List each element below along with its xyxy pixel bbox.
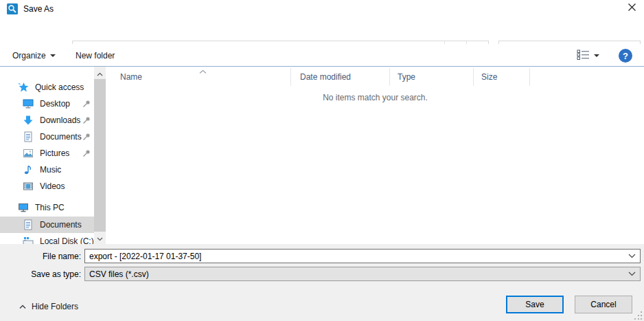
sidebar-item-this-pc[interactable]: This PC xyxy=(0,199,94,216)
sidebar-item-label: Pictures xyxy=(40,148,69,158)
navigation-bar: This PC Documents xyxy=(0,19,644,44)
sidebar-item-pc-documents[interactable]: Documents xyxy=(0,217,94,233)
sidebar-scrollbar[interactable] xyxy=(94,67,106,244)
chevron-down-icon xyxy=(97,233,103,243)
empty-list-message: No items match your search. xyxy=(106,93,644,102)
command-bar: Organize New folder ? xyxy=(0,44,644,67)
column-label: Date modified xyxy=(300,72,351,82)
column-header-size[interactable]: Size xyxy=(474,68,530,86)
close-icon xyxy=(628,3,636,14)
save-as-type-label: Save as type: xyxy=(0,269,81,279)
column-label: Type xyxy=(398,72,415,82)
list-view-icon xyxy=(577,49,590,62)
chevron-down-icon xyxy=(594,54,599,57)
save-button[interactable]: Save xyxy=(506,296,564,313)
scrollbar-up-button[interactable] xyxy=(94,67,106,79)
chevron-up-icon xyxy=(97,68,103,78)
cancel-button[interactable]: Cancel xyxy=(575,296,632,313)
sidebar-item-label: Music xyxy=(40,165,61,175)
sidebar-item-label: Documents xyxy=(40,220,82,230)
quick-access-star-icon xyxy=(18,82,29,93)
pin-icon xyxy=(82,133,91,141)
save-as-type-value: CSV files (*.csv) xyxy=(85,269,623,279)
sidebar-item-local-disk[interactable]: Local Disk (C:) xyxy=(0,233,94,244)
main-area: Quick access Desktop Downloads xyxy=(0,67,644,244)
chevron-down-icon[interactable] xyxy=(623,254,640,258)
sidebar-item-quick-access[interactable]: Quick access xyxy=(0,79,94,96)
sidebar-item-videos[interactable]: Videos xyxy=(0,178,94,195)
sidebar-item-label: This PC xyxy=(35,203,65,212)
navigation-pane: Quick access Desktop Downloads xyxy=(0,67,94,244)
chevron-down-icon xyxy=(50,54,56,57)
sidebar-item-label: Videos xyxy=(40,181,65,191)
sidebar-item-downloads[interactable]: Downloads xyxy=(0,112,94,129)
column-headers: Name Date modified Type Size xyxy=(106,68,530,86)
sidebar-item-label: Downloads xyxy=(40,115,80,125)
documents-icon xyxy=(23,131,34,142)
magnifier-app-icon xyxy=(7,3,18,14)
sidebar-item-label: Quick access xyxy=(35,82,84,92)
organize-button[interactable]: Organize xyxy=(10,48,58,63)
column-header-name[interactable]: Name xyxy=(106,68,291,86)
help-icon: ? xyxy=(619,49,632,63)
scrollbar-down-button[interactable] xyxy=(94,232,106,244)
column-header-type[interactable]: Type xyxy=(390,68,474,86)
sidebar-item-desktop[interactable]: Desktop xyxy=(0,96,94,112)
help-button[interactable]: ? xyxy=(619,48,632,63)
local-disk-icon xyxy=(23,236,34,244)
chevron-down-icon xyxy=(623,272,640,276)
downloads-icon xyxy=(23,115,34,126)
sidebar-item-label: Desktop xyxy=(40,99,70,109)
resize-grip[interactable] xyxy=(633,310,643,320)
title-bar: Save As xyxy=(0,0,644,19)
file-name-combo xyxy=(84,249,641,263)
save-as-type-dropdown[interactable]: CSV files (*.csv) xyxy=(84,267,641,281)
documents-icon xyxy=(23,219,34,230)
organize-label: Organize xyxy=(12,51,46,60)
column-label: Size xyxy=(481,72,497,82)
file-name-input[interactable] xyxy=(85,252,623,261)
sidebar-item-documents[interactable]: Documents xyxy=(0,129,94,145)
pictures-icon xyxy=(23,148,34,159)
hide-folders-label: Hide Folders xyxy=(32,302,78,311)
desktop-icon xyxy=(23,98,34,109)
file-name-label: File name: xyxy=(0,252,81,261)
videos-icon xyxy=(23,181,34,192)
sidebar-item-label: Local Disk (C:) xyxy=(40,236,94,244)
sidebar-item-label: Documents xyxy=(40,132,82,142)
music-note-icon xyxy=(23,164,34,175)
sidebar-item-pictures[interactable]: Pictures xyxy=(0,145,94,162)
file-list: Name Date modified Type Size No items ma… xyxy=(106,67,644,244)
chevron-up-icon xyxy=(19,302,26,311)
hide-folders-button[interactable]: Hide Folders xyxy=(19,300,78,313)
new-folder-label: New folder xyxy=(76,51,115,60)
save-as-dialog: Save As xyxy=(0,0,644,321)
close-button[interactable] xyxy=(624,1,639,15)
window-title: Save As xyxy=(23,4,54,14)
column-label: Name xyxy=(120,72,142,82)
new-folder-button[interactable]: New folder xyxy=(73,48,117,63)
column-header-date-modified[interactable]: Date modified xyxy=(291,68,390,86)
pin-icon xyxy=(82,116,91,124)
pin-icon xyxy=(82,149,91,157)
scrollbar-thumb[interactable] xyxy=(94,79,106,232)
views-button[interactable] xyxy=(574,48,602,63)
pin-icon xyxy=(82,100,91,108)
sidebar-item-music[interactable]: Music xyxy=(0,162,94,178)
this-pc-icon xyxy=(18,202,29,213)
